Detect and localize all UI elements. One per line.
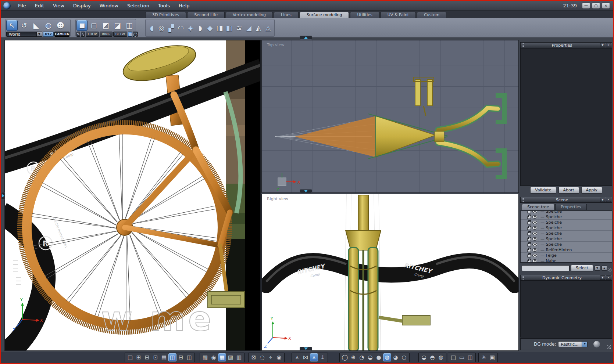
scene-filter-input[interactable] <box>522 265 570 271</box>
ribbon-tab[interactable]: Vertex modeling <box>226 12 273 18</box>
ribbon-tab[interactable]: Surface modeling <box>300 12 349 18</box>
fit-view-icon[interactable]: ⊠ <box>250 353 258 361</box>
viewport-layout-one-top-two-bottom-icon[interactable]: ⊟ <box>143 353 151 361</box>
visibility-eye-icon[interactable] <box>532 215 537 219</box>
viewport-layout-one-left-two-right-icon[interactable]: ◫ <box>168 353 176 361</box>
grid-lines-icon[interactable]: ▥ <box>235 353 243 361</box>
zoom-box-icon[interactable]: ⌖ <box>267 353 275 361</box>
lock-icon[interactable] <box>527 210 531 213</box>
right-view-viewport[interactable]: Right view RITCHEY Comp RITCHEY <box>261 194 519 351</box>
chevron-down-icon[interactable]: ▼ <box>582 342 587 347</box>
smooth-wire-shading-icon[interactable]: ◍ <box>383 353 391 361</box>
lock-icon[interactable] <box>527 244 531 246</box>
smooth-surface-icon[interactable]: ◬ <box>264 21 273 35</box>
perspective-viewport[interactable]: RITCHEY Comp R R Double Butted 6061 <box>4 40 261 351</box>
object-mode-cube-icon[interactable]: ◼ <box>76 20 88 31</box>
viewport-collapse-handle-middle[interactable] <box>300 189 312 193</box>
rotate-tool-icon[interactable]: ↺ <box>18 20 30 31</box>
cylinder-display-icon[interactable]: ▭ <box>458 353 466 361</box>
axis-free-icon[interactable]: ⋈ <box>301 353 310 361</box>
visibility-eye-icon[interactable] <box>532 210 537 213</box>
minimize-button[interactable]: — <box>582 3 590 9</box>
lock-icon[interactable] <box>527 233 531 235</box>
corner-surface-icon[interactable]: ◢ <box>244 21 253 35</box>
panel-close-button[interactable]: ✕ <box>606 275 611 280</box>
face-mode-cube-icon[interactable]: ◻ <box>88 20 99 31</box>
render-sphere-icon[interactable]: ✳ <box>480 353 488 361</box>
ring-button[interactable]: RING <box>100 32 113 37</box>
scene-tree-row[interactable]: Speiche <box>521 220 612 225</box>
loop-button[interactable]: LOOP <box>86 32 99 37</box>
menu-item[interactable]: File <box>14 3 31 8</box>
properties-panel-header[interactable]: Properties ▼ ✕ <box>520 42 612 48</box>
lock-icon[interactable] <box>527 227 531 230</box>
panel-collapse-button[interactable]: ▼ <box>600 43 605 47</box>
scene-panel-tab[interactable]: Properties <box>555 204 587 210</box>
grid-off-icon[interactable]: ▨ <box>226 353 235 361</box>
coons-surface-icon[interactable]: ▞ <box>167 21 176 35</box>
menu-item[interactable]: Selection <box>123 3 154 8</box>
visibility-eye-icon[interactable] <box>532 226 537 230</box>
visibility-eye-icon[interactable] <box>532 232 537 235</box>
orbit-view-icon[interactable]: ◌ <box>258 353 266 361</box>
flat-shading-icon[interactable]: ◔ <box>358 353 366 361</box>
scene-tree-row[interactable]: Speiche <box>521 210 612 214</box>
hidden-line-shading-icon[interactable]: ⊕ <box>349 353 357 361</box>
uv-mode-cube-icon[interactable]: ◫ <box>124 20 135 31</box>
scene-tree-row[interactable]: Speiche <box>521 236 612 242</box>
scene-tree-row[interactable]: Speiche <box>521 214 612 220</box>
chevron-down-icon[interactable]: ▼ <box>36 32 42 36</box>
menu-item[interactable]: Edit <box>31 3 49 8</box>
snapshot-camera-icon[interactable]: ▣ <box>488 353 496 361</box>
frontface-half-icon[interactable]: ◓ <box>428 353 436 361</box>
top-view-viewport[interactable]: Top view <box>261 40 519 193</box>
dynamic-geometry-panel-header[interactable]: Dynamic Geometry ▼ ✕ <box>520 275 612 281</box>
viewport-layout-two-left-one-right-icon[interactable]: ▤ <box>160 353 168 361</box>
scene-tree-row[interactable]: ReifenHinten <box>521 247 612 253</box>
tube-surface-icon[interactable]: ◎ <box>157 21 166 35</box>
viewport-layout-two-columns-icon[interactable]: ◫ <box>185 353 193 361</box>
abort-button[interactable]: Abort <box>558 187 579 194</box>
ribbon-tab[interactable]: UV & Paint <box>381 12 416 18</box>
menu-item[interactable]: Help <box>174 3 194 8</box>
ribbon-tab[interactable]: Lines <box>274 12 299 18</box>
scene-tree-row[interactable]: Speiche <box>521 242 612 247</box>
edge-mode-cube-icon[interactable]: ◩ <box>100 20 111 31</box>
ribbon-tab[interactable]: Second Life <box>187 12 225 18</box>
menu-item[interactable]: Display <box>69 3 95 8</box>
panel-close-button[interactable]: ✕ <box>606 198 611 202</box>
flat-wire-shading-icon[interactable]: ◒ <box>366 353 374 361</box>
look-at-icon[interactable]: ◉ <box>275 353 283 361</box>
move-down-button[interactable]: ▼ <box>595 266 600 271</box>
menu-item[interactable]: Window <box>95 3 123 8</box>
scene-panel-header[interactable]: Scene ▼ ✕ <box>520 197 612 203</box>
panel-collapse-button[interactable]: ▼ <box>600 198 605 202</box>
select-arrow-icon[interactable]: ↖ <box>6 20 18 31</box>
lock-grid-icon[interactable]: ◉ <box>210 353 218 361</box>
camera-button[interactable]: CAMERA <box>54 32 69 37</box>
resize-grip-icon[interactable] <box>608 268 611 271</box>
world-axis-dropdown[interactable]: World ▼ <box>6 32 42 37</box>
shield-surface-icon[interactable]: ◆ <box>205 21 214 35</box>
scene-tree-row[interactable]: Speiche <box>521 231 612 236</box>
point-mode-cube-icon[interactable]: ◪ <box>112 20 123 31</box>
viewport-collapse-handle-bottom[interactable] <box>300 347 312 351</box>
snap-grid-icon[interactable]: ▧ <box>201 353 209 361</box>
material-sphere-icon[interactable]: ◍ <box>437 353 445 361</box>
maximize-button[interactable]: ▢ <box>592 3 600 9</box>
wave-surface-icon[interactable]: ≋ <box>235 21 244 35</box>
double-page-display-icon[interactable]: ◫ <box>466 353 474 361</box>
lock-icon[interactable] <box>527 238 531 241</box>
lock-icon[interactable] <box>527 221 531 224</box>
backface-half-icon[interactable]: ◒ <box>420 353 428 361</box>
lock-icon[interactable] <box>527 255 531 257</box>
scene-tree-row[interactable]: Speiche <box>521 225 612 231</box>
viewport-layout-two-rows-icon[interactable]: ⊟ <box>177 353 185 361</box>
thickness-icon[interactable]: ◭ <box>254 21 263 35</box>
betw-button[interactable]: BETW <box>113 32 127 37</box>
viewport-collapse-handle-top[interactable] <box>300 36 312 40</box>
ribbon-tab[interactable]: Utilities <box>350 12 379 18</box>
resize-grip-icon[interactable] <box>607 345 611 349</box>
ring-sphere-icon[interactable]: ◍ <box>43 20 54 31</box>
visibility-eye-icon[interactable] <box>532 248 537 252</box>
